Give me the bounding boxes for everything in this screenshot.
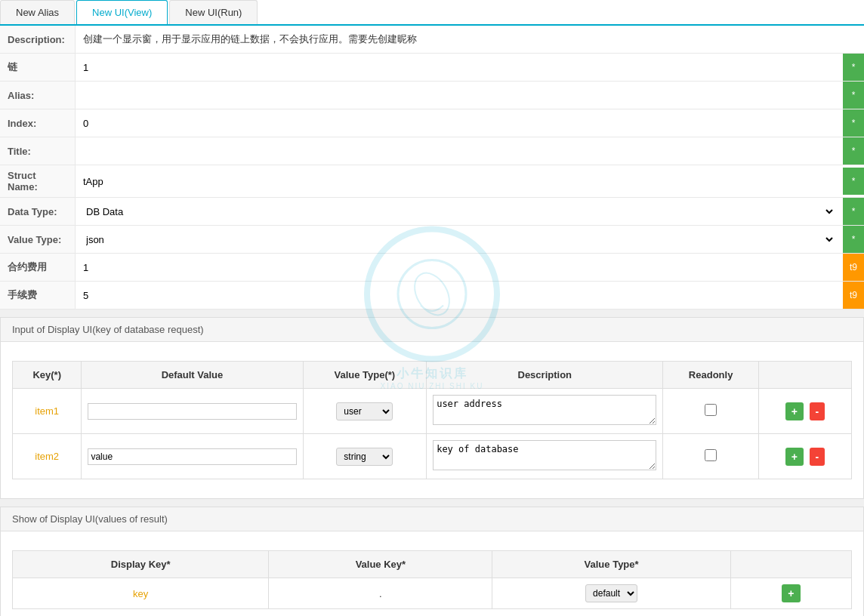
struct-name-row: Struct Name: * [0,165,864,198]
index-required: * [843,109,864,137]
tab-bar: New Alias New UI(View) New UI(Run) [0,0,864,26]
output-table-header-row: Display Key* Value Key* Value Type* [13,551,852,578]
title-required: * [843,137,864,165]
chain-input[interactable] [83,62,835,73]
output-section-title: Show of Display UI(values of result) [1,507,863,531]
header-value-type: Value Type(*) [303,362,427,389]
alias-required: * [843,82,864,109]
row-value-type-1[interactable]: userstringintbooladdress [303,434,427,479]
remove-input-row-button-1[interactable]: - [810,448,825,466]
input-table: Key(*) Default Value Value Type(*) Descr… [12,361,852,479]
contract-fee-value[interactable] [76,257,843,278]
add-output-row-button-0[interactable]: + [782,584,800,602]
description-label: Description: [0,26,76,53]
form-section: Description: 创建一个显示窗，用于显示应用的链上数据，不会执行应用。… [0,26,864,310]
handling-fee-value[interactable] [76,285,843,306]
struct-name-label: Struct Name: [0,165,76,197]
row-key-1: item2 [13,434,82,479]
output-table-row: key . defaultstringintbool + [13,578,852,609]
row-value-type-0[interactable]: userstringintbooladdress [303,389,427,434]
add-input-row-button-1[interactable]: + [785,448,804,466]
header-description: Description [427,362,663,389]
row-readonly-0[interactable] [663,389,758,434]
data-type-value[interactable]: DB Data Chain Data [76,201,843,223]
value-type-select[interactable]: json string int bool [83,233,835,246]
header-key: Key(*) [13,362,82,389]
contract-fee-label: 合约费用 [0,254,76,281]
data-type-select[interactable]: DB Data Chain Data [83,205,835,218]
input-table-row: item2 userstringintbooladdress key of da… [13,434,852,479]
input-table-row: item1 userstringintbooladdress user addr… [13,389,852,434]
data-type-row: Data Type: DB Data Chain Data * [0,198,864,226]
value-type-label: Value Type: [0,226,76,253]
remove-input-row-button-0[interactable]: - [810,402,825,420]
row-actions-1: + - [758,434,851,479]
out-row-value-type-0[interactable]: defaultstringintbool [492,578,730,609]
contract-fee-input[interactable] [83,262,835,273]
index-row: Index: * [0,109,864,137]
index-input[interactable] [83,118,835,129]
index-value[interactable] [76,113,843,134]
struct-name-input[interactable] [83,176,835,187]
row-description-1[interactable]: key of database [427,434,663,479]
row-actions-0: + - [758,389,851,434]
handling-fee-required: t9 [843,282,864,309]
input-section: Input of Display UI(key of database requ… [0,317,864,499]
alias-input[interactable] [83,90,835,101]
out-header-value-type: Value Type* [492,551,730,578]
contract-fee-row: 合约费用 t9 [0,254,864,282]
header-default-value: Default Value [82,362,303,389]
title-input[interactable] [83,146,835,157]
chain-value[interactable] [76,57,843,78]
out-header-display-key: Display Key* [13,551,269,578]
out-row-value-key-0: . [269,578,492,609]
value-type-required: * [843,226,864,253]
header-readonly: Readonly [663,362,758,389]
out-row-actions-0: + [730,578,851,609]
title-row: Title: * [0,137,864,165]
input-table-container: Key(*) Default Value Value Type(*) Descr… [1,350,863,491]
data-type-required: * [843,198,864,225]
title-value[interactable] [76,141,843,162]
row-readonly-checkbox-1[interactable] [705,449,717,461]
description-row: Description: 创建一个显示窗，用于显示应用的链上数据，不会执行应用。… [0,26,864,54]
row-default-1[interactable] [82,434,303,479]
row-readonly-checkbox-0[interactable] [705,404,717,416]
add-input-row-button-0[interactable]: + [785,402,804,420]
tab-new-alias[interactable]: New Alias [0,0,75,24]
chain-label: 链 [0,54,76,81]
row-description-textarea-0[interactable]: user address [433,395,656,425]
index-label: Index: [0,109,76,137]
out-header-actions [730,551,851,578]
row-description-textarea-1[interactable]: key of database [433,440,656,470]
handling-fee-input[interactable] [83,290,835,301]
tab-new-ui-view[interactable]: New UI(View) [76,0,168,24]
contract-fee-required: t9 [843,254,864,281]
row-readonly-1[interactable] [663,434,758,479]
out-header-value-key: Value Key* [269,551,492,578]
output-table-container: Display Key* Value Key* Value Type* key … [1,539,863,616]
alias-row: Alias: * [0,82,864,109]
row-key-0: item1 [13,389,82,434]
output-table: Display Key* Value Key* Value Type* key … [12,550,852,609]
struct-name-value[interactable] [76,171,843,192]
row-value-type-select-0[interactable]: userstringintbooladdress [336,402,393,420]
alias-value[interactable] [76,85,843,106]
row-value-type-select-1[interactable]: userstringintbooladdress [336,448,393,466]
description-value: 创建一个显示窗，用于显示应用的链上数据，不会执行应用。需要先创建昵称 [76,28,864,51]
chain-row: 链 * [0,54,864,82]
out-row-display-key-0: key [13,578,269,609]
value-type-row: Value Type: json string int bool * [0,226,864,254]
handling-fee-row: 手续费 t9 [0,282,864,310]
data-type-label: Data Type: [0,198,76,225]
struct-name-required: * [843,168,864,195]
input-table-header-row: Key(*) Default Value Value Type(*) Descr… [13,362,852,389]
row-default-0[interactable] [82,389,303,434]
out-row-value-type-select-0[interactable]: defaultstringintbool [585,584,637,602]
alias-label: Alias: [0,82,76,109]
handling-fee-label: 手续费 [0,282,76,309]
tab-new-ui-run[interactable]: New UI(Run) [169,0,258,24]
row-description-0[interactable]: user address [427,389,663,434]
value-type-value[interactable]: json string int bool [76,229,843,251]
header-actions [758,362,851,389]
